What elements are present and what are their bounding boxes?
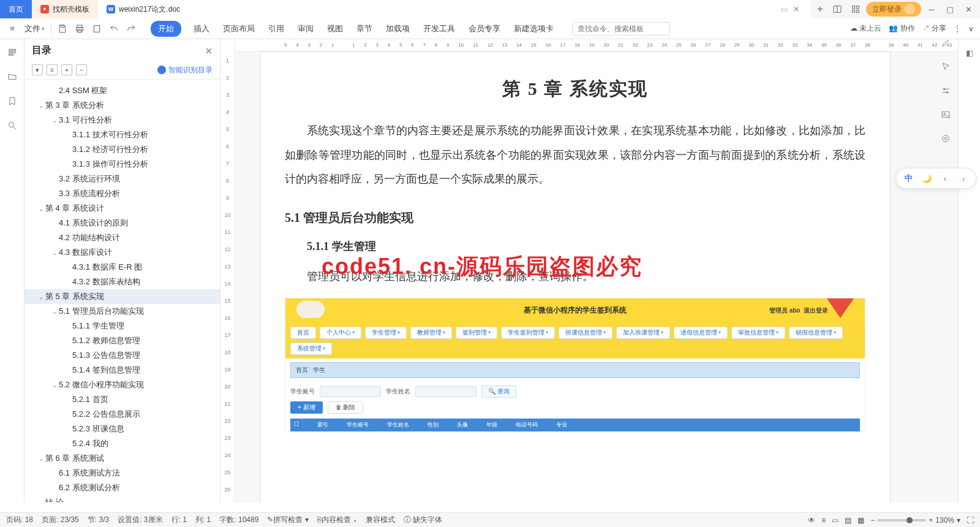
- tab-home[interactable]: 首页: [0, 0, 32, 18]
- add-icon[interactable]: +: [61, 64, 72, 75]
- view-web-icon[interactable]: ▤: [845, 516, 851, 525]
- missing-font[interactable]: ⓘ 缺失字体: [404, 515, 442, 525]
- save-icon[interactable]: [56, 23, 69, 35]
- outline-icon[interactable]: [6, 45, 19, 59]
- pen-icon[interactable]: [941, 38, 951, 50]
- outline-item[interactable]: 6.1 系统测试方法: [24, 466, 220, 480]
- panel-toggle-icon[interactable]: ◧: [963, 47, 976, 59]
- outline-item[interactable]: 3.1.3 操作可行性分析: [24, 157, 220, 172]
- tab-menu-icon[interactable]: ▭: [781, 5, 788, 13]
- file-menu[interactable]: 文件 ▾: [23, 21, 46, 37]
- menu-引用[interactable]: 引用: [267, 21, 285, 37]
- search-icon[interactable]: [6, 119, 19, 132]
- outline-item[interactable]: 4.2 功能结构设计: [24, 230, 220, 245]
- outline-item[interactable]: ⌄第 3 章 系统分析: [24, 98, 220, 113]
- floating-toolbar[interactable]: 中 🌙 ‹ ›: [895, 168, 976, 189]
- command-search[interactable]: [572, 22, 670, 36]
- collapse-all-icon[interactable]: ▾: [32, 64, 43, 75]
- outline-item[interactable]: ⌄4.3 数据库设计: [24, 245, 220, 260]
- svg-rect-6: [61, 25, 64, 27]
- outline-item[interactable]: ⌄第 4 章 系统设计: [24, 201, 220, 216]
- cloud-status[interactable]: ☁ 未上云: [850, 23, 881, 34]
- compat-mode[interactable]: 兼容模式: [366, 515, 395, 525]
- outline-item[interactable]: 结 论: [24, 495, 220, 502]
- close-icon[interactable]: ✕: [960, 1, 976, 17]
- tab-document[interactable]: W weixin217论文.doc ▭✕: [98, 0, 811, 18]
- more-icon[interactable]: ⋮: [954, 25, 961, 33]
- menu-页面布局[interactable]: 页面布局: [222, 21, 256, 37]
- maximize-icon[interactable]: ▢: [942, 1, 958, 17]
- outline-item[interactable]: 3.3 系统流程分析: [24, 186, 220, 201]
- menu-新建选项卡[interactable]: 新建选项卡: [513, 21, 555, 37]
- zoom-control[interactable]: − + 130% ▾: [870, 516, 960, 525]
- outline-item[interactable]: 5.2.1 首页: [24, 392, 220, 407]
- outline-item[interactable]: ⌄第 5 章 系统实现: [24, 289, 220, 304]
- spellcheck-button[interactable]: ✎拼写检查 ▾: [267, 515, 308, 525]
- tab-templates[interactable]: ✦找稻壳模板: [32, 0, 98, 18]
- collapse-icon[interactable]: ∨: [968, 25, 974, 33]
- share-button[interactable]: ↗ 分享: [922, 23, 946, 34]
- outline-item[interactable]: ⌄5.2 微信小程序功能实现: [24, 377, 220, 392]
- outline-item[interactable]: 5.1.4 签到信息管理: [24, 363, 220, 377]
- remove-icon[interactable]: −: [76, 64, 87, 75]
- embedded-screenshot: 基于微信小程序的学生签到系统 管理员 abo 退出登录 首页个人中心▾学生管理▾…: [285, 298, 865, 432]
- outline-close-icon[interactable]: ✕: [205, 46, 213, 56]
- folder-icon[interactable]: [6, 70, 19, 83]
- layout-icon[interactable]: [829, 1, 845, 17]
- outline-item[interactable]: ⌄5.1 管理员后台功能实现: [24, 304, 220, 319]
- outline-item[interactable]: ⌄第 6 章 系统测试: [24, 451, 220, 466]
- menu-插入[interactable]: 插入: [192, 21, 211, 37]
- menu-视图[interactable]: 视图: [326, 21, 344, 37]
- settings-icon[interactable]: [941, 86, 951, 97]
- back-icon[interactable]: ‹: [939, 172, 951, 184]
- preview-icon[interactable]: [91, 23, 103, 35]
- outline-item[interactable]: 5.2.3 班课信息: [24, 422, 220, 436]
- outline-item[interactable]: 5.1.2 教师信息管理: [24, 333, 220, 348]
- menu-icon[interactable]: ≡: [6, 23, 18, 35]
- undo-icon[interactable]: [108, 23, 120, 35]
- print-icon[interactable]: [74, 23, 86, 35]
- view-eye-icon[interactable]: 👁: [808, 516, 815, 525]
- outline-item[interactable]: 3.2 系统运行环境: [24, 172, 220, 186]
- svg-rect-5: [856, 10, 859, 12]
- menu-会员专享[interactable]: 会员专享: [467, 21, 502, 37]
- collab-button[interactable]: 👥 协作: [889, 23, 914, 34]
- level-icon[interactable]: ≡: [47, 64, 58, 75]
- fullscreen-icon[interactable]: ⛶: [967, 516, 974, 525]
- ime-icon[interactable]: 中: [902, 172, 914, 184]
- outline-item[interactable]: 5.2.2 公告信息展示: [24, 407, 220, 422]
- cursor-icon[interactable]: [941, 62, 951, 74]
- new-tab-button[interactable]: +: [811, 3, 829, 15]
- outline-item[interactable]: 3.1.1 技术可行性分析: [24, 127, 220, 142]
- view-print-icon[interactable]: ▦: [858, 516, 864, 525]
- outline-item[interactable]: 4.3.2 数据库表结构: [24, 275, 220, 289]
- forward-icon[interactable]: ›: [957, 172, 970, 184]
- outline-item[interactable]: 5.1.3 公告信息管理: [24, 348, 220, 363]
- smart-toc[interactable]: 智能识别目录: [157, 65, 213, 75]
- outline-item[interactable]: ⌄3.1 可行性分析: [24, 113, 220, 127]
- image-icon[interactable]: [941, 110, 951, 121]
- bookmark-icon[interactable]: [6, 94, 19, 108]
- outline-item[interactable]: 3.1.2 经济可行性分析: [24, 142, 220, 157]
- menu-开始[interactable]: 开始: [151, 21, 181, 37]
- redo-icon[interactable]: [125, 23, 137, 35]
- moon-icon[interactable]: 🌙: [921, 172, 933, 184]
- menu-开发工具[interactable]: 开发工具: [422, 21, 456, 37]
- login-button[interactable]: 立即登录: [866, 2, 921, 17]
- minimize-icon[interactable]: ─: [924, 1, 940, 17]
- outline-item[interactable]: 4.3.1 数据库 E-R 图: [24, 260, 220, 275]
- outline-item[interactable]: 2.4 SSM 框架: [24, 83, 220, 98]
- target-icon[interactable]: [941, 134, 951, 145]
- outline-item[interactable]: 4.1 系统设计的原则: [24, 216, 220, 230]
- view-read-icon[interactable]: ▭: [832, 516, 839, 525]
- menu-审阅[interactable]: 审阅: [296, 21, 315, 37]
- tab-close-icon[interactable]: ✕: [790, 5, 802, 13]
- outline-item[interactable]: 5.1.1 学生管理: [24, 319, 220, 333]
- view-outline-icon[interactable]: ≡: [821, 516, 826, 525]
- outline-item[interactable]: 6.2 系统测试分析: [24, 480, 220, 495]
- menu-章节[interactable]: 章节: [355, 21, 374, 37]
- outline-item[interactable]: 5.2.4 我的: [24, 436, 220, 451]
- menu-加载项[interactable]: 加载项: [385, 21, 411, 37]
- grid-icon[interactable]: [848, 1, 864, 17]
- content-check-button[interactable]: ⎘内容检查 ▾: [317, 515, 357, 525]
